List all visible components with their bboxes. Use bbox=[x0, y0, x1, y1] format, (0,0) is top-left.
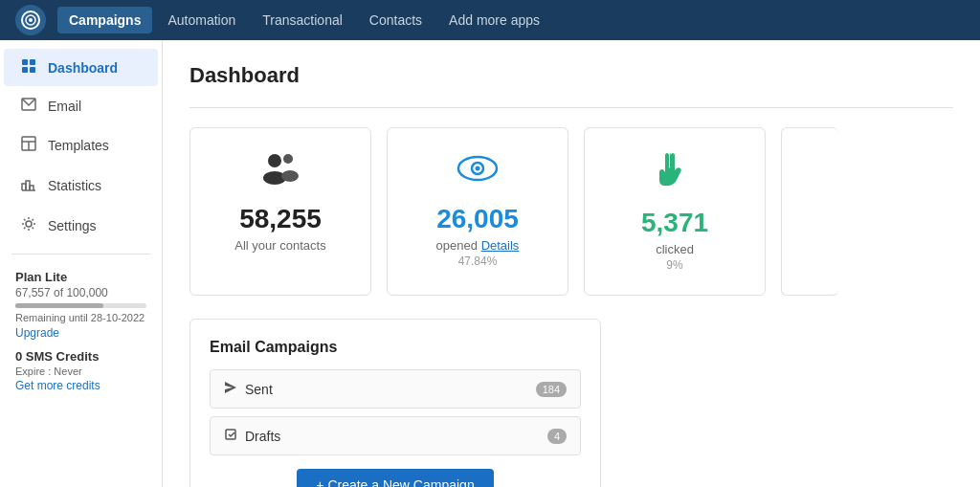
nav-contacts[interactable]: Contacts bbox=[358, 7, 434, 33]
dashboard-icon bbox=[19, 58, 38, 77]
contacts-icon bbox=[259, 151, 301, 194]
opened-percent: 47.84% bbox=[458, 255, 498, 268]
campaigns-title: Email Campaigns bbox=[210, 339, 581, 356]
sidebar-item-email[interactable]: Email bbox=[4, 88, 158, 124]
svg-point-15 bbox=[283, 154, 293, 164]
get-more-credits-link[interactable]: Get more credits bbox=[15, 379, 146, 392]
sidebar-label-email: Email bbox=[48, 99, 81, 114]
svg-point-13 bbox=[268, 154, 281, 167]
statistics-icon bbox=[19, 176, 38, 195]
nav-campaigns[interactable]: Campaigns bbox=[57, 7, 152, 33]
sent-label: Sent bbox=[245, 382, 273, 397]
plan-expiry: Remaining until 28-10-2022 bbox=[15, 312, 146, 323]
drafts-count-badge: 4 bbox=[547, 429, 567, 444]
svg-rect-3 bbox=[22, 59, 28, 65]
sidebar-label-settings: Settings bbox=[48, 218, 97, 233]
svg-point-2 bbox=[29, 18, 33, 22]
email-campaigns-section: Email Campaigns Sent 184 Drafts 4 bbox=[189, 319, 601, 487]
contacts-stat-card: 58,255 All your contacts bbox=[189, 127, 371, 296]
clicked-stat-card: 5,371 clicked 9% bbox=[584, 127, 766, 296]
svg-point-12 bbox=[26, 221, 32, 227]
sent-count-badge: 184 bbox=[536, 382, 567, 397]
sidebar-plan: Plan Lite 67,557 of 100,000 Remaining un… bbox=[0, 262, 162, 400]
create-campaign-button[interactable]: + Create a New Campaign bbox=[297, 469, 493, 487]
sent-row-left: Sent bbox=[224, 381, 273, 397]
sms-expire: Expire : Never bbox=[15, 365, 146, 377]
plan-name: Plan Lite bbox=[15, 270, 146, 284]
sidebar-label-templates: Templates bbox=[48, 138, 109, 153]
sidebar-item-dashboard[interactable]: Dashboard bbox=[4, 49, 158, 86]
sidebar-label-dashboard: Dashboard bbox=[48, 60, 118, 76]
svg-rect-6 bbox=[30, 67, 35, 73]
top-navigation: Campaigns Automation Transactional Conta… bbox=[0, 0, 980, 40]
sidebar-item-templates[interactable]: Templates bbox=[4, 126, 158, 165]
nav-transactional[interactable]: Transactional bbox=[251, 7, 354, 33]
opened-details-link[interactable]: Details bbox=[481, 238, 520, 253]
svg-point-19 bbox=[476, 166, 480, 171]
clicked-label: clicked bbox=[656, 242, 694, 256]
sms-credits-title: 0 SMS Credits bbox=[15, 349, 146, 364]
drafts-row-left: Drafts bbox=[224, 428, 280, 444]
usage-progress-bar bbox=[15, 303, 146, 308]
svg-rect-4 bbox=[30, 59, 35, 65]
svg-rect-5 bbox=[22, 67, 28, 73]
sidebar-item-settings[interactable]: Settings bbox=[4, 207, 158, 245]
upgrade-link[interactable]: Upgrade bbox=[15, 326, 59, 340]
drafts-campaign-row[interactable]: Drafts 4 bbox=[210, 416, 581, 455]
app-logo[interactable] bbox=[15, 5, 46, 35]
partial-stat-card bbox=[781, 127, 838, 296]
svg-point-16 bbox=[281, 170, 299, 182]
settings-icon bbox=[19, 216, 38, 235]
contacts-count: 58,255 bbox=[239, 204, 322, 234]
clicked-icon bbox=[654, 151, 696, 198]
nav-automation[interactable]: Automation bbox=[156, 7, 247, 33]
body-area: Dashboard Email Templates Statistics Set… bbox=[0, 40, 980, 487]
sent-icon bbox=[224, 381, 237, 397]
main-content: Dashboard 58,255 All your contacts bbox=[163, 40, 980, 487]
templates-icon bbox=[19, 136, 38, 155]
title-divider bbox=[189, 107, 953, 108]
sidebar-item-statistics[interactable]: Statistics bbox=[4, 166, 158, 205]
drafts-icon bbox=[224, 428, 237, 444]
contacts-label: All your contacts bbox=[234, 238, 325, 253]
page-title: Dashboard bbox=[189, 63, 953, 88]
usage-progress-fill bbox=[15, 303, 103, 308]
nav-items: Campaigns Automation Transactional Conta… bbox=[57, 7, 551, 33]
drafts-label: Drafts bbox=[245, 429, 280, 444]
stats-row: 58,255 All your contacts 26,005 opened D… bbox=[189, 127, 953, 296]
opened-icon bbox=[457, 151, 499, 194]
clicked-percent: 9% bbox=[666, 258, 682, 272]
clicked-count: 5,371 bbox=[641, 208, 708, 238]
opened-stat-card: 26,005 opened Details 47.84% bbox=[387, 127, 568, 296]
nav-add-more-apps[interactable]: Add more apps bbox=[437, 7, 551, 33]
sidebar: Dashboard Email Templates Statistics Set… bbox=[0, 40, 163, 487]
sidebar-label-statistics: Statistics bbox=[48, 178, 101, 193]
sidebar-divider bbox=[11, 254, 150, 255]
sent-campaign-row[interactable]: Sent 184 bbox=[210, 369, 581, 409]
svg-rect-20 bbox=[226, 430, 235, 439]
opened-count: 26,005 bbox=[436, 204, 519, 234]
plan-usage: 67,557 of 100,000 bbox=[15, 286, 146, 299]
email-icon bbox=[19, 98, 38, 115]
opened-label: opened Details bbox=[436, 238, 520, 253]
